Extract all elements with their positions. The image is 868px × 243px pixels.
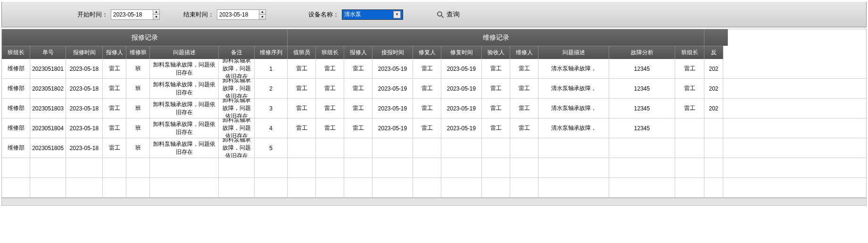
col-header-15[interactable]: 维修人 (510, 46, 538, 59)
svg-line-1 (441, 16, 444, 18)
cell: 卸料泵轴承故障，问题依旧存在 (219, 99, 255, 118)
table-row[interactable] (2, 178, 866, 198)
table-row[interactable]: 维修部20230518012023-05-18雷工班卸料泵轴承故障，问题依旧存在… (2, 59, 866, 79)
cell (219, 178, 255, 197)
cell (30, 158, 66, 177)
col-header-4[interactable]: 维修班 (126, 46, 150, 59)
cell (316, 138, 344, 158)
cell: 2023-05-18 (66, 99, 103, 118)
cell: 卸料泵轴承故障，问题依旧存在 (150, 79, 219, 98)
grid-column-header: 班组长单号报修时间报修人维修班问题描述备注维修序列值班员班组长报修人接报时间修复… (2, 46, 866, 59)
table-row[interactable]: 维修部20230518032023-05-18雷工班卸料泵轴承故障，问题依旧存在… (2, 99, 866, 118)
svg-point-0 (438, 12, 442, 16)
end-date-up[interactable]: ▲ (259, 10, 265, 15)
cell: 雷工 (316, 59, 344, 78)
filter-toolbar: 开始时间： ▲ ▼ 结束时间： ▲ ▼ 设备名称： 清水泵 ▼ 查询 (1, 1, 867, 27)
cell: 202 (704, 59, 723, 78)
cell: 2023-05-19 (441, 79, 482, 98)
col-header-19[interactable]: 反 (704, 46, 723, 59)
device-combo[interactable]: 清水泵 ▼ (342, 9, 403, 20)
cell: 2023-05-18 (66, 59, 103, 78)
chevron-down-icon[interactable]: ▼ (393, 11, 401, 18)
cell (609, 178, 675, 197)
cell (538, 138, 609, 158)
cell (288, 158, 316, 177)
cell: 12345 (609, 118, 675, 138)
col-header-7[interactable]: 维修序列 (255, 46, 288, 59)
cell (441, 158, 482, 177)
cell: 维修部 (2, 59, 30, 78)
cell: 雷工 (482, 59, 510, 78)
start-date-spinner[interactable]: ▲ ▼ (111, 9, 160, 20)
search-icon (436, 10, 445, 19)
cell: 2023-05-19 (372, 79, 413, 98)
col-header-2[interactable]: 报修时间 (66, 46, 103, 59)
cell: 班 (126, 138, 150, 158)
cell (126, 158, 150, 177)
cell (538, 178, 609, 197)
end-date-down[interactable]: ▼ (259, 15, 265, 19)
cell (675, 178, 704, 197)
col-header-5[interactable]: 问题描述 (150, 46, 219, 59)
cell (675, 138, 704, 158)
cell: 2023-05-19 (372, 118, 413, 138)
cell: 班 (126, 118, 150, 138)
table-row[interactable] (2, 158, 866, 178)
cell: 雷工 (103, 99, 126, 118)
start-date-down[interactable]: ▼ (153, 15, 159, 19)
col-header-6[interactable]: 备注 (219, 46, 255, 59)
table-row[interactable]: 维修部20230518052023-05-18雷工班卸料泵轴承故障，问题依旧存在… (2, 138, 866, 158)
col-header-3[interactable]: 报修人 (103, 46, 126, 59)
col-header-0[interactable]: 班组长 (2, 46, 30, 59)
col-header-12[interactable]: 修复人 (413, 46, 441, 59)
col-header-14[interactable]: 验收人 (482, 46, 510, 59)
cell (316, 178, 344, 197)
cell: 2023051804 (30, 118, 66, 138)
cell (103, 158, 126, 177)
cell: 2023-05-18 (66, 79, 103, 98)
cell (30, 178, 66, 197)
cell: 雷工 (510, 79, 538, 98)
col-header-8[interactable]: 值班员 (288, 46, 316, 59)
cell: 卸料泵轴承故障，问题依旧存在 (150, 59, 219, 78)
cell (609, 158, 675, 177)
end-date-spinner[interactable]: ▲ ▼ (217, 9, 266, 20)
cell: 雷工 (103, 138, 126, 158)
cell (372, 158, 413, 177)
cell: 雷工 (510, 59, 538, 78)
start-date-input[interactable] (111, 9, 153, 20)
col-header-10[interactable]: 报修人 (344, 46, 372, 59)
col-header-13[interactable]: 修复时间 (441, 46, 482, 59)
cell (255, 158, 288, 177)
data-grid: 报修记录 维修记录 班组长单号报修时间报修人维修班问题描述备注维修序列值班员班组… (1, 29, 867, 206)
col-header-16[interactable]: 问题描述 (538, 46, 609, 59)
cell (2, 158, 30, 177)
device-label: 设备名称： (308, 10, 339, 19)
cell: 雷工 (103, 118, 126, 138)
end-date-input[interactable] (217, 9, 259, 20)
cell: 清水泵轴承故障， (538, 118, 609, 138)
search-button[interactable]: 查询 (436, 10, 460, 19)
grid-group-header: 报修记录 维修记录 (2, 29, 866, 46)
cell: 1 (255, 59, 288, 78)
col-header-9[interactable]: 班组长 (316, 46, 344, 59)
table-row[interactable]: 维修部20230518022023-05-18雷工班卸料泵轴承故障，问题依旧存在… (2, 79, 866, 99)
col-header-1[interactable]: 单号 (30, 46, 66, 59)
cell (150, 158, 219, 177)
cell: 班 (126, 59, 150, 78)
table-row[interactable]: 维修部20230518042023-05-18雷工班卸料泵轴承故障，问题依旧存在… (2, 118, 866, 138)
cell: 2023-05-19 (372, 99, 413, 118)
cell: 班 (126, 79, 150, 98)
horizontal-scrollbar[interactable] (2, 198, 866, 205)
cell (255, 178, 288, 197)
cell: 卸料泵轴承故障，问题依旧存在 (150, 138, 219, 158)
start-date-up[interactable]: ▲ (153, 10, 159, 15)
group-header-left: 报修记录 (2, 29, 288, 46)
col-header-18[interactable]: 班组长 (675, 46, 704, 59)
col-header-17[interactable]: 故障分析 (609, 46, 675, 59)
col-header-11[interactable]: 接报时间 (372, 46, 413, 59)
cell (219, 158, 255, 177)
cell: 雷工 (288, 118, 316, 138)
cell (510, 178, 538, 197)
cell: 2023-05-19 (441, 59, 482, 78)
